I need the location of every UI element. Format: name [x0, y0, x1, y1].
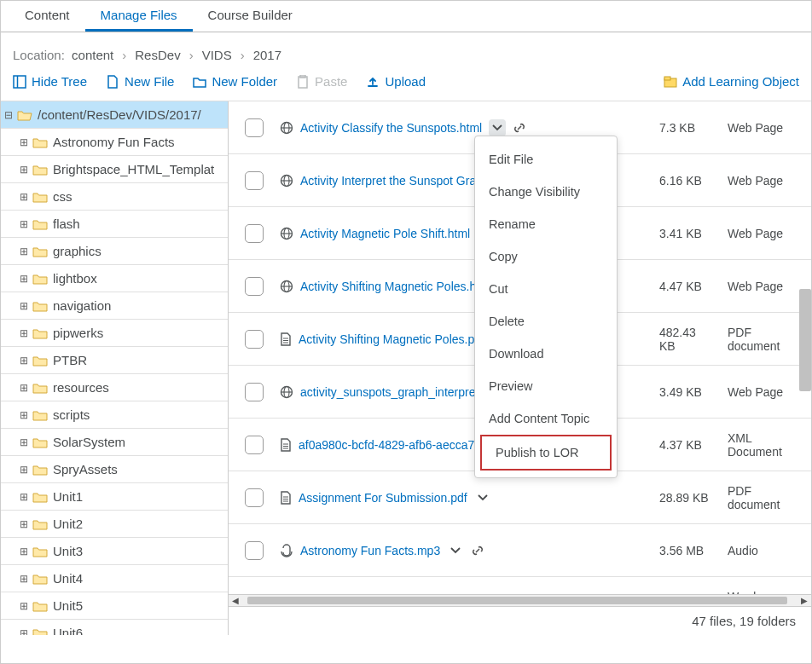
- new-folder-button[interactable]: New Folder: [193, 74, 277, 89]
- chevron-right-icon: ›: [189, 48, 194, 62]
- status-bar: 47 files, 19 folders: [229, 606, 811, 635]
- folder-icon: [32, 491, 48, 503]
- learning-object-icon: [664, 75, 677, 89]
- row-checkbox[interactable]: [245, 488, 264, 507]
- menu-item-cut[interactable]: Cut: [475, 273, 617, 305]
- expand-icon[interactable]: ⊞: [18, 518, 30, 530]
- row-checkbox[interactable]: [245, 330, 264, 349]
- expand-icon[interactable]: ⊞: [18, 191, 30, 203]
- expand-icon[interactable]: ⊞: [18, 164, 30, 176]
- chevron-right-icon: ›: [241, 48, 245, 62]
- tree-item[interactable]: ⊞Astronomy Fun Facts: [1, 129, 229, 156]
- breadcrumb-item[interactable]: ResDev: [135, 48, 180, 62]
- menu-item-delete[interactable]: Delete: [475, 305, 617, 338]
- link-icon[interactable]: [471, 544, 484, 557]
- tree-item[interactable]: ⊞scripts: [1, 401, 229, 429]
- tree-item[interactable]: ⊞Unit3: [1, 538, 229, 565]
- link-icon[interactable]: [513, 121, 526, 135]
- tree-item[interactable]: ⊞resources: [1, 374, 229, 401]
- expand-icon[interactable]: ⊞: [18, 436, 30, 448]
- tree-item[interactable]: ⊞pipwerks: [1, 320, 229, 347]
- expand-icon[interactable]: ⊞: [18, 573, 30, 585]
- tree-item[interactable]: ⊞SpryAssets: [1, 456, 229, 483]
- tab-course-builder[interactable]: Course Builder: [193, 1, 308, 32]
- expand-icon[interactable]: ⊞: [18, 627, 30, 636]
- row-checkbox[interactable]: [245, 171, 264, 190]
- menu-item-publish-to-lor[interactable]: Publish to LOR: [480, 435, 612, 471]
- tree-item[interactable]: ⊞graphics: [1, 238, 229, 265]
- add-learning-object-button[interactable]: Add Learning Object: [664, 74, 799, 89]
- menu-item-edit-file[interactable]: Edit File: [475, 143, 617, 176]
- folder-icon: [32, 518, 48, 530]
- tree-item[interactable]: ⊞Unit1: [1, 483, 229, 511]
- tree-item[interactable]: ⊞lightbox: [1, 265, 229, 292]
- file-name-link[interactable]: Activity Shifting Magnetic Poles.ht: [300, 280, 479, 293]
- file-name-link[interactable]: Activity Magnetic Pole Shift.html: [300, 227, 470, 240]
- expand-icon[interactable]: ⊞: [18, 546, 30, 557]
- chevron-down-icon[interactable]: [447, 542, 464, 559]
- row-checkbox[interactable]: [245, 383, 264, 401]
- tree-item[interactable]: ⊞Unit2: [1, 511, 229, 538]
- menu-item-preview[interactable]: Preview: [475, 370, 617, 402]
- file-name-link[interactable]: Activity Shifting Magnetic Poles.pd: [299, 332, 481, 346]
- file-name-link[interactable]: Assignment For Submission.pdf: [299, 491, 467, 505]
- tree-item[interactable]: ⊞SolarSystem: [1, 429, 229, 456]
- tree-item[interactable]: ⊞PTBR: [1, 347, 229, 374]
- tree-item[interactable]: ⊞css: [1, 183, 229, 211]
- file-hscroll[interactable]: ◀ ▶: [229, 594, 811, 606]
- chevron-down-icon[interactable]: [474, 489, 491, 506]
- menu-item-copy[interactable]: Copy: [475, 240, 617, 273]
- upload-icon: [366, 75, 380, 89]
- tree-pane[interactable]: ⊟/content/ResDev/VIDS/2017/⊞Astronomy Fu…: [1, 101, 229, 635]
- upload-button[interactable]: Upload: [366, 74, 426, 89]
- menu-item-rename[interactable]: Rename: [475, 208, 617, 240]
- new-file-icon: [106, 75, 119, 89]
- tab-manage-files[interactable]: Manage Files: [85, 1, 193, 32]
- expand-icon[interactable]: ⊞: [18, 355, 30, 367]
- expand-icon[interactable]: ⊞: [18, 382, 30, 394]
- tree-root[interactable]: ⊟/content/ResDev/VIDS/2017/: [1, 101, 229, 129]
- expand-icon[interactable]: ⊞: [18, 491, 30, 503]
- file-name-link[interactable]: Astronomy Fun Facts.mp3: [300, 544, 440, 557]
- tree-item[interactable]: ⊞Unit6: [1, 620, 229, 635]
- collapse-icon[interactable]: ⊟: [3, 109, 14, 121]
- expand-icon[interactable]: ⊞: [18, 136, 30, 148]
- tree-item[interactable]: ⊞Unit4: [1, 565, 229, 592]
- file-size: 6.16 KB: [652, 174, 721, 188]
- row-checkbox[interactable]: [245, 224, 264, 243]
- file-vscroll-thumb[interactable]: [799, 289, 811, 391]
- expand-icon[interactable]: ⊞: [18, 273, 30, 285]
- expand-icon[interactable]: ⊞: [18, 300, 30, 312]
- row-checkbox[interactable]: [245, 541, 264, 560]
- expand-icon[interactable]: ⊞: [18, 464, 30, 476]
- hide-tree-button[interactable]: Hide Tree: [13, 74, 87, 89]
- expand-icon[interactable]: ⊞: [18, 327, 30, 339]
- expand-icon[interactable]: ⊞: [18, 600, 30, 612]
- new-file-button[interactable]: New File: [106, 74, 174, 89]
- tree-item[interactable]: ⊞navigation: [1, 292, 229, 320]
- scroll-left-icon[interactable]: ◀: [229, 595, 242, 607]
- menu-item-add-content-topic[interactable]: Add Content Topic: [475, 402, 617, 435]
- svg-rect-5: [664, 77, 670, 80]
- expand-icon[interactable]: ⊞: [18, 409, 30, 421]
- file-name-link[interactable]: Activity Classify the Sunspots.html: [300, 121, 482, 135]
- tree-item[interactable]: ⊞Brightspace_HTML_Templat: [1, 156, 229, 183]
- tree-item[interactable]: ⊞Unit5: [1, 592, 229, 620]
- row-checkbox[interactable]: [245, 277, 264, 296]
- chevron-down-icon[interactable]: [489, 119, 506, 136]
- tab-content[interactable]: Content: [9, 1, 85, 32]
- breadcrumb-item[interactable]: content: [72, 48, 113, 62]
- breadcrumb-item[interactable]: VIDS: [202, 48, 232, 62]
- expand-icon[interactable]: ⊞: [18, 218, 30, 230]
- tree-item[interactable]: ⊞flash: [1, 211, 229, 238]
- scroll-right-icon[interactable]: ▶: [798, 595, 811, 607]
- menu-item-change-visibility[interactable]: Change Visibility: [475, 176, 617, 208]
- row-checkbox[interactable]: [245, 436, 264, 454]
- file-name-link[interactable]: activity_sunspots_graph_interpret.: [300, 385, 482, 399]
- row-checkbox[interactable]: [245, 118, 264, 137]
- file-name-link[interactable]: af0a980c-bcfd-4829-afb6-aecca78: [299, 438, 481, 452]
- breadcrumb-item[interactable]: 2017: [253, 48, 281, 62]
- expand-icon[interactable]: ⊞: [18, 245, 30, 257]
- menu-item-download[interactable]: Download: [475, 338, 617, 370]
- file-name-link[interactable]: Activity Interpret the Sunspot Grap: [300, 174, 483, 188]
